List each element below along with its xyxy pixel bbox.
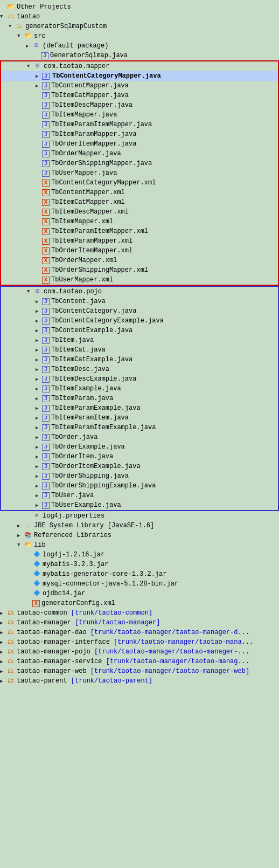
list-item[interactable]: 🔷 ojdbc14.jar [0,589,279,598]
tree-arrow[interactable]: ▶ [36,386,42,392]
list-item[interactable]: ▶ 🗂 taotao-manager-pojo [trunk/taotao-ma… [0,647,279,657]
list-item[interactable]: ▶ J TbItemDesc.java [1,364,278,374]
tree-arrow[interactable]: ▼ [27,289,33,294]
tree-arrow[interactable]: ▶ [36,367,42,373]
tree-arrow[interactable]: ▶ [36,83,42,89]
list-item[interactable]: 🔷 mysql-connector-java-5.1.28-bin.jar [0,579,279,589]
list-item[interactable]: J TbItemParamItemMapper.java [1,120,278,129]
tree-arrow[interactable]: ▶ [36,318,42,324]
tree-arrow[interactable]: ▶ [36,464,42,470]
list-item[interactable]: ▶ J TbItemParam.java [1,394,278,403]
list-item[interactable]: 🔷 mybatis-generator-core-1.3.2.jar [0,569,279,579]
tree-arrow[interactable]: ▶ [0,669,6,674]
list-item[interactable]: ▶ 🗂 taotao-parent [trunk/taotao-parent] [0,676,279,686]
tree-arrow[interactable]: ▶ [36,299,42,305]
list-item[interactable]: J TbItemParamMapper.java [1,129,278,139]
list-item[interactable]: ▶ J TbOrderItem.java [1,452,278,461]
list-item[interactable]: ▼ ⊞ com.taotao.mapper [1,61,278,71]
tree-arrow[interactable]: ▶ [36,415,42,421]
tree-arrow[interactable]: ▶ [36,396,42,402]
list-item[interactable]: J GeneratorSqlmap.java [0,51,279,60]
list-item[interactable]: ▶ J TbContentExample.java [1,326,278,335]
list-item[interactable]: ▶ J TbItem.java [1,335,278,345]
list-item[interactable]: X TbOrderMapper.xml [1,256,278,265]
list-item[interactable]: 🔷 log4j-1.2.16.jar [0,550,279,560]
tree-arrow[interactable]: ▼ [27,64,33,69]
list-item[interactable]: ▶ 🗂 taotao-manager-dao [trunk/taotao-man… [0,628,279,637]
list-item[interactable]: X generatorConfig.xml [0,598,279,608]
list-item[interactable]: X TbContentCategoryMapper.xml [1,178,278,188]
list-item[interactable]: J TbOrderItemMapper.java [1,139,278,149]
list-item[interactable]: ▶ J TbUserExample.java [1,500,278,510]
tree-arrow[interactable]: ▶ [36,328,42,334]
tree-arrow[interactable]: ▶ [36,357,42,363]
list-item[interactable]: 🔷 mybatis-3.2.3.jar [0,560,279,569]
list-item[interactable]: J TbOrderMapper.java [1,149,278,159]
list-item[interactable]: J TbUserMapper.java [1,168,278,178]
tree-arrow[interactable]: ▶ [17,533,24,539]
tree-arrow[interactable]: ▶ [0,639,6,645]
list-item[interactable]: X TbItemParamItemMapper.xml [1,226,278,236]
tree-arrow[interactable]: ▶ [0,649,6,655]
list-item[interactable]: ▼ 📂 lib [0,540,279,550]
list-item[interactable]: ▼ 📂 src [0,31,279,41]
list-item[interactable]: ▶ J TbContentCategoryMapper.java [1,71,278,81]
list-item[interactable]: ▶ J TbItemParamExample.java [1,403,278,413]
list-item[interactable]: ▶ J TbOrderExample.java [1,442,278,452]
list-item[interactable]: ▶ 🗂 taotao-common [trunk/taotao-common] [0,608,279,618]
list-item[interactable]: ▶ J TbItemExample.java [1,384,278,394]
tree-arrow[interactable]: ▶ [36,425,42,431]
list-item[interactable]: ▶ 🗂 taotao-manager-service [trunk/taotao… [0,657,279,666]
list-item[interactable]: ▶ ⊞ (default package) [0,41,279,51]
list-item[interactable]: X TbItemCatMapper.xml [1,197,278,207]
tree-arrow[interactable]: ▼ [17,542,24,548]
tree-arrow[interactable]: ▼ [9,24,15,29]
list-item[interactable]: ▶ J TbContentCategoryExample.java [1,316,278,326]
tree-arrow[interactable]: ▶ [0,630,6,636]
tree-arrow[interactable]: ▼ [0,14,6,19]
list-item[interactable]: ▶ J TbContent.java [1,297,278,306]
tree-arrow[interactable]: ▶ [36,405,42,411]
list-item[interactable]: X TbOrderShippingMapper.xml [1,265,278,275]
tree-arrow[interactable]: ▶ [36,376,42,382]
tree-arrow[interactable]: ▶ [36,483,42,489]
list-item[interactable]: ▶ J TbOrderShipping.java [1,471,278,481]
tree-arrow[interactable]: ▶ [36,493,42,499]
list-item[interactable]: X TbOrderItemMapper.xml [1,246,278,256]
list-item[interactable]: ▶ 🗂 taotao-manager [trunk/taotao-manager… [0,618,279,628]
tree-arrow[interactable]: ▶ [36,473,42,479]
list-item[interactable]: ▶ 🗂 taotao-manager-interface [trunk/taot… [0,637,279,647]
list-item[interactable]: ▶ J TbItemCatExample.java [1,355,278,364]
list-item[interactable]: X TbItemMapper.xml [1,217,278,226]
tree-arrow[interactable]: ▶ [36,308,42,314]
list-item[interactable]: J TbItemDescMapper.java [1,100,278,110]
list-item[interactable]: ▼ 🗂 taotao [0,12,279,22]
list-item[interactable]: J TbItemCatMapper.java [1,91,278,100]
list-item[interactable]: ▶ ☕ JRE System Library [JavaSE-1.6] [0,521,279,531]
tree-arrow[interactable]: ▶ [36,347,42,353]
tree-arrow[interactable]: ▶ [0,659,6,665]
list-item[interactable]: 📂 Other Projects [0,2,279,12]
tree-arrow[interactable]: ▶ [36,454,42,460]
list-item[interactable]: ▶ J TbItemCat.java [1,345,278,355]
tree-arrow[interactable]: ▶ [36,444,42,450]
list-item[interactable]: ▶ 📚 Referenced Libraries [0,531,279,540]
list-item[interactable]: ▶ J TbOrderShippingExample.java [1,481,278,491]
tree-arrow[interactable]: ▶ [36,502,42,508]
list-item[interactable]: X TbItemDescMapper.xml [1,207,278,217]
list-item[interactable]: ▶ J TbOrder.java [1,432,278,442]
tree-arrow[interactable]: ▶ [36,73,42,79]
list-item[interactable]: ▶ J TbUser.java [1,491,278,500]
tree-arrow[interactable]: ▶ [0,610,6,616]
list-item[interactable]: ≡ log4j.properties [0,511,279,521]
list-item[interactable]: X TbItemParamMapper.xml [1,236,278,246]
list-item[interactable]: J TbItemMapper.java [1,110,278,120]
tree-arrow[interactable]: ▼ [17,33,24,39]
tree-arrow[interactable]: ▶ [17,523,24,529]
list-item[interactable]: ▶ J TbItemParamItem.java [1,413,278,423]
list-item[interactable]: ▶ J TbOrderItemExample.java [1,461,278,471]
tree-arrow[interactable]: ▶ [0,620,6,626]
list-item[interactable]: ▶ 🗂 taotao-manager-web [trunk/taotao-man… [0,666,279,676]
tree-arrow[interactable]: ▶ [26,43,32,49]
list-item[interactable]: ▶ J TbItemParamItemExample.java [1,423,278,432]
